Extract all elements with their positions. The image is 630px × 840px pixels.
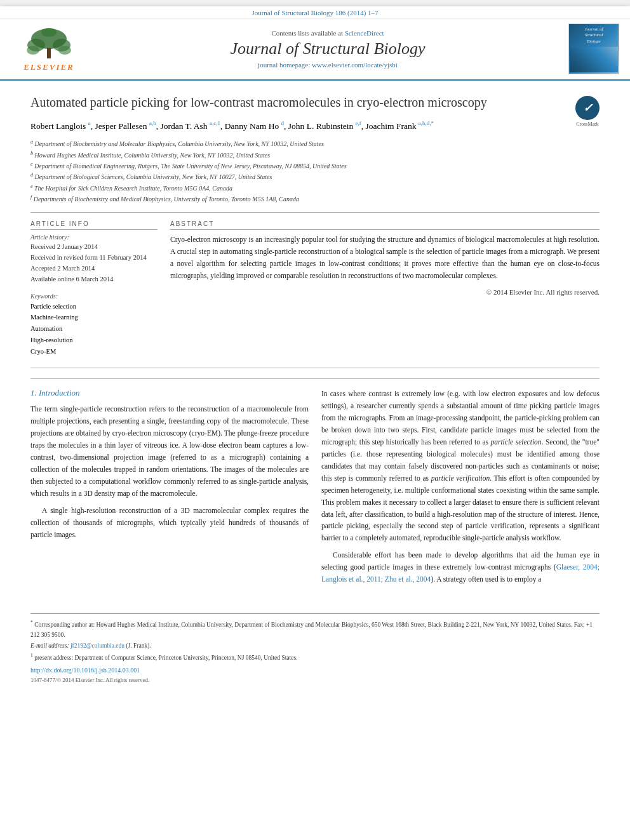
affiliations: a Department of Biochemistry and Molecul…	[30, 138, 600, 204]
sciencedirect-link[interactable]: ScienceDirect	[345, 29, 384, 37]
journal-cover-image: Journal ofStructuralBiology	[568, 23, 619, 74]
abstract-copyright: © 2014 Elsevier Inc. All rights reserved…	[170, 288, 600, 296]
issn-text: 1047-8477/© 2014 Elsevier Inc. All right…	[30, 676, 600, 684]
crossmark-label: CrossMark	[575, 121, 600, 127]
authors-line: Robert Langlois a, Jesper Pallesen a,b, …	[30, 119, 600, 133]
article-info-panel: ARTICLE INFO Article history: Received 2…	[30, 220, 158, 357]
affiliation-a: a Department of Biochemistry and Molecul…	[30, 138, 600, 149]
article-title: Automated particle picking for low-contr…	[30, 93, 600, 111]
journal-citation-bar: Journal of Structural Biology 186 (2014)…	[0, 6, 630, 18]
intro-paragraph-2: A single high-resolution reconstruction …	[30, 505, 309, 541]
main-col-left: 1. Introduction The term single-particle…	[30, 388, 309, 591]
affiliation-b: b Howard Hughes Medical Institute, Colum…	[30, 150, 600, 161]
abstract-text: Cryo-electron microscopy is an increasin…	[170, 234, 600, 282]
cover-artwork	[570, 47, 618, 72]
affiliation-e: e The Hospital for Sick Children Researc…	[30, 183, 600, 194]
journal-citation-text: Journal of Structural Biology 186 (2014)…	[251, 9, 378, 17]
accepted-date: Accepted 2 March 2014	[30, 263, 158, 274]
svg-point-6	[58, 46, 71, 55]
journal-homepage: journal homepage: www.elsevier.com/locat…	[97, 61, 559, 69]
svg-point-7	[41, 28, 57, 37]
intro-heading: 1. Introduction	[30, 388, 309, 398]
main-col-right: In cases where contrast is extremely low…	[321, 388, 600, 591]
footnotes-area: * Corresponding author at: Howard Hughes…	[30, 613, 600, 684]
info-abstract-section: ARTICLE INFO Article history: Received 2…	[30, 220, 600, 357]
journal-info-center: Contents lists available at ScienceDirec…	[97, 29, 559, 69]
svg-rect-4	[47, 48, 51, 58]
intro-heading-text: 1. Introduction	[30, 388, 80, 397]
keywords-heading: Keywords:	[30, 293, 158, 300]
page: Journal of Structural Biology 186 (2014)…	[0, 6, 630, 840]
homepage-url[interactable]: www.elsevier.com/locate/yjsbi	[312, 61, 398, 69]
elsevier-tree-icon	[20, 26, 77, 61]
divider-2	[30, 368, 600, 368]
intro-paragraph-3: In cases where contrast is extremely low…	[321, 388, 600, 545]
crossmark-badge: ✓ CrossMark	[575, 96, 600, 127]
article-body: ✓ CrossMark Automated particle picking f…	[0, 81, 630, 603]
intro-paragraph-4: Considerable effort has been made to dev…	[321, 549, 600, 585]
keyword-2: Machine-learning	[30, 312, 158, 323]
doi-link[interactable]: http://dx.doi.org/10.1016/j.jsb.2014.03.…	[30, 665, 600, 676]
keyword-3: Automation	[30, 323, 158, 335]
abstract-panel: ABSTRACT Cryo-electron microscopy is an …	[170, 220, 600, 357]
journal-header: ELSEVIER Contents lists available at Sci…	[0, 18, 630, 81]
sciencedirect-line: Contents lists available at ScienceDirec…	[97, 29, 559, 37]
present-address-footnote: 1 present address: Department of Compute…	[30, 652, 600, 663]
revised-form-date: Received in revised form 11 February 201…	[30, 253, 158, 263]
keyword-4: High-resolution	[30, 335, 158, 346]
affiliation-c: c Department of Biomedical Engineering, …	[30, 161, 600, 171]
elsevier-logo: ELSEVIER	[20, 26, 77, 72]
journal-title-header: Journal of Structural Biology	[97, 39, 559, 58]
received-date: Received 2 January 2014	[30, 242, 158, 253]
keyword-5: Cryo-EM	[30, 346, 158, 357]
article-history-heading: Article history:	[30, 234, 158, 241]
email-footnote: E-mail address: jf2192@columbia.edu (J. …	[30, 641, 600, 651]
email-link[interactable]: jf2192@columbia.edu	[70, 643, 124, 649]
svg-point-5	[27, 46, 39, 55]
abstract-heading: ABSTRACT	[170, 220, 600, 230]
available-online-date: Available online 6 March 2014	[30, 274, 158, 285]
journal-cover-area: Journal ofStructuralBiology	[565, 23, 622, 74]
divider-1	[30, 212, 600, 213]
article-info-heading: ARTICLE INFO	[30, 220, 158, 230]
keyword-1: Particle selection	[30, 301, 158, 312]
intro-paragraph-1: The term single-particle reconstruction …	[30, 403, 309, 500]
main-content: 1. Introduction The term single-particle…	[30, 378, 600, 591]
corresponding-footnote: * Corresponding author at: Howard Hughes…	[30, 619, 600, 640]
keywords-list: Particle selection Machine-learning Auto…	[30, 301, 158, 357]
cover-title-text: Journal ofStructuralBiology	[584, 25, 605, 45]
affiliation-d: d Department of Biological Sciences, Col…	[30, 171, 600, 182]
elsevier-logo-area: ELSEVIER	[8, 26, 90, 72]
crossmark-icon: ✓	[575, 96, 600, 120]
affiliation-f: f Departments of Biochemistry and Medica…	[30, 194, 600, 204]
elsevier-wordmark: ELSEVIER	[23, 62, 74, 72]
